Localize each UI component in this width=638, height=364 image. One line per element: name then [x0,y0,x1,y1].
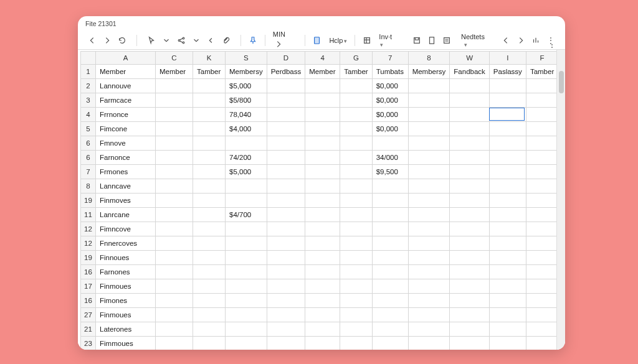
back-button[interactable] [87,34,98,47]
cell[interactable] [526,337,556,350]
cell[interactable] [408,222,450,236]
cell[interactable] [267,93,305,108]
cell[interactable] [193,179,226,194]
forward-button[interactable] [102,34,113,47]
cell[interactable]: $4/700 [226,208,267,222]
cell[interactable]: Finmoues [96,279,156,294]
cell[interactable]: Fimones [96,294,156,308]
grid-scroll[interactable]: ACKSD4G78WIF 1MemberMemberTamberMembersy… [78,50,556,350]
column-header[interactable]: W [450,52,490,65]
cell[interactable] [156,79,193,93]
cell[interactable] [450,308,490,322]
select-all-corner[interactable] [81,52,96,65]
cell[interactable] [526,194,556,208]
cell[interactable]: Farnonce [96,151,156,165]
cell[interactable] [372,279,408,294]
cell[interactable]: $4,000 [226,122,267,136]
min-dropdown[interactable]: MIN [272,30,299,50]
cell[interactable]: Tamber [526,65,556,79]
cell[interactable] [226,322,267,337]
cell[interactable] [489,265,526,279]
cell[interactable] [340,136,372,151]
cell[interactable] [408,79,450,93]
column-header[interactable]: 7 [372,52,408,65]
cell[interactable] [226,236,267,251]
cell[interactable]: Fimmoues [96,337,156,350]
cell[interactable] [450,194,490,208]
cell[interactable] [305,308,340,322]
attach-icon[interactable] [221,34,232,47]
column-header[interactable]: I [489,52,526,65]
cell[interactable] [526,222,556,236]
cell[interactable] [450,151,490,165]
cell[interactable] [226,179,267,194]
spreadsheet-grid[interactable]: ACKSD4G78WIF 1MemberMemberTamberMembersy… [80,51,556,350]
cell[interactable] [408,308,450,322]
cell[interactable]: Laterones [96,322,156,337]
cell[interactable]: $0,000 [372,122,408,136]
cell[interactable]: Frmones [96,165,156,179]
cell[interactable] [305,265,340,279]
cell[interactable] [526,136,556,151]
column-header[interactable]: A [96,52,156,65]
row-number[interactable]: 12 [81,236,96,251]
cell[interactable] [450,108,490,122]
column-header[interactable]: S [226,52,267,65]
row-number[interactable]: 16 [81,294,96,308]
cell[interactable] [156,337,193,350]
cell[interactable] [450,208,490,222]
row-number[interactable]: 6 [81,136,96,151]
cell[interactable] [450,236,490,251]
cell[interactable] [305,108,340,122]
cell[interactable]: 78,040 [226,108,267,122]
chevron-down-icon-2[interactable] [191,34,202,47]
cell[interactable] [305,165,340,179]
cell[interactable] [226,251,267,265]
cell[interactable] [408,208,450,222]
cell[interactable] [526,265,556,279]
cell[interactable]: $0,000 [372,79,408,93]
cell[interactable] [305,279,340,294]
cell[interactable]: Lanrcane [96,208,156,222]
cell[interactable] [340,122,372,136]
cell[interactable] [267,151,305,165]
cell[interactable]: Paslassy [489,65,526,79]
cell[interactable] [226,279,267,294]
note-icon[interactable] [441,34,452,47]
cell[interactable]: Finmoves [96,194,156,208]
cell[interactable] [156,93,193,108]
cell[interactable]: 34/000 [372,151,408,165]
cell[interactable] [226,337,267,350]
cell[interactable] [526,108,556,122]
cell[interactable]: Tumbats [372,65,408,79]
cell[interactable] [305,251,340,265]
row-number[interactable]: 1 [81,65,96,79]
cell[interactable] [408,294,450,308]
cell[interactable]: $0,000 [372,108,408,122]
column-header[interactable]: F [526,52,556,65]
cell[interactable] [489,322,526,337]
cursor-icon[interactable] [146,34,157,47]
cell[interactable] [156,251,193,265]
help-dropdown[interactable]: Hclp▾ [328,37,348,44]
cell[interactable]: Member [96,65,156,79]
cell[interactable] [526,151,556,165]
cell[interactable] [372,322,408,337]
cell[interactable] [408,194,450,208]
cell[interactable] [450,222,490,236]
cell[interactable] [267,165,305,179]
cell[interactable] [340,194,372,208]
column-header[interactable]: D [267,52,305,65]
cell[interactable] [226,136,267,151]
cell[interactable]: $9,500 [372,165,408,179]
cell[interactable] [193,165,226,179]
cell[interactable] [340,265,372,279]
cell[interactable] [193,151,226,165]
cell[interactable] [526,208,556,222]
row-number[interactable]: 12 [81,222,96,236]
cell[interactable] [305,337,340,350]
cell[interactable] [450,322,490,337]
column-header[interactable]: 4 [305,52,340,65]
cell[interactable]: Frrnonce [96,108,156,122]
cell[interactable] [305,194,340,208]
